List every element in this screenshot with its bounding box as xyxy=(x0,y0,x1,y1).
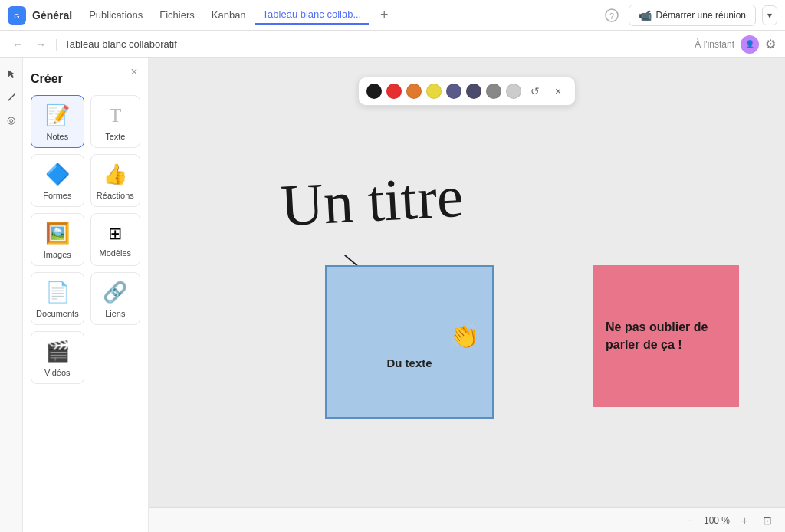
sidebar-grid: 📝 Notes T Texte 🔷 Formes 👍 Réactions 🖼️ xyxy=(31,95,140,384)
blue-box[interactable]: 👏 Du texte xyxy=(325,265,494,419)
separator: | xyxy=(55,38,58,51)
nav-tabs: Publications Fichiers Kanban Tableau bla… xyxy=(81,5,369,25)
sidebar: × Créer 📝 Notes T Texte 🔷 Formes 👍 Réact… xyxy=(23,58,149,532)
images-icon: 🖼️ xyxy=(45,222,70,245)
select-tool[interactable] xyxy=(2,64,21,83)
color-gray[interactable] xyxy=(486,84,501,99)
sidebar-item-liens[interactable]: 🔗 Liens xyxy=(90,272,140,325)
documents-label: Documents xyxy=(36,309,79,318)
pen-tool[interactable] xyxy=(2,87,21,106)
sidebar-item-formes[interactable]: 🔷 Formes xyxy=(31,154,84,207)
eraser-tool[interactable]: ◎ xyxy=(2,110,21,129)
left-toolbar: ◎ xyxy=(0,58,23,532)
modeles-label: Modèles xyxy=(100,248,132,258)
start-meeting-button[interactable]: 📹 Démarrer une réunion xyxy=(629,5,756,26)
zoom-level: 100 % xyxy=(704,515,730,526)
video-icon: 📹 xyxy=(639,9,652,21)
svg-text:Un titre: Un titre xyxy=(279,163,465,238)
sidebar-item-videos[interactable]: 🎬 Vidéos xyxy=(31,331,84,384)
videos-icon: 🎬 xyxy=(45,340,70,363)
top-bar: G Général Publications Fichiers Kanban T… xyxy=(0,0,785,31)
videos-label: Vidéos xyxy=(44,368,70,377)
avatar: 👤 xyxy=(741,35,759,54)
sidebar-item-texte[interactable]: T Texte xyxy=(90,95,140,148)
pink-box[interactable]: Ne pas oublier de parler de ça ! xyxy=(593,265,739,407)
sidebar-close-button[interactable]: × xyxy=(126,64,142,80)
liens-icon: 🔗 xyxy=(103,281,127,304)
sidebar-item-notes[interactable]: 📝 Notes xyxy=(31,95,84,148)
breadcrumb: Tableau blanc collaboratif xyxy=(64,38,177,50)
settings-icon[interactable]: ⚙ xyxy=(765,37,776,51)
add-tab-button[interactable]: + xyxy=(375,6,393,25)
color-red[interactable] xyxy=(386,84,402,99)
color-dark-indigo[interactable] xyxy=(466,84,481,99)
zoom-in-button[interactable]: + xyxy=(736,512,753,529)
sidebar-item-modeles[interactable]: ⊞ Modèles xyxy=(90,213,140,266)
back-button[interactable]: ← xyxy=(9,35,26,54)
reactions-icon: 👍 xyxy=(103,163,127,186)
documents-icon: 📄 xyxy=(45,281,70,304)
sidebar-item-documents[interactable]: 📄 Documents xyxy=(31,272,84,325)
color-yellow[interactable] xyxy=(426,84,442,99)
meeting-dropdown[interactable]: ▾ xyxy=(762,5,777,25)
help-icon[interactable]: ? xyxy=(601,5,622,26)
bottom-bar: − 100 % + ⊡ xyxy=(149,507,785,532)
color-black[interactable] xyxy=(366,84,382,99)
sidebar-item-images[interactable]: 🖼️ Images xyxy=(31,213,84,266)
svg-text:G: G xyxy=(14,11,19,20)
notes-icon: 📝 xyxy=(45,103,70,127)
pink-box-text: Ne pas oublier de parler de ça ! xyxy=(606,319,727,353)
formes-label: Formes xyxy=(43,191,71,200)
images-label: Images xyxy=(44,250,71,259)
second-bar: ← → | Tableau blanc collaboratif À l'ins… xyxy=(0,31,785,58)
notes-label: Notes xyxy=(46,132,68,141)
texte-label: Texte xyxy=(105,132,125,141)
texte-icon: T xyxy=(109,104,121,127)
main-layout: ◎ × Créer 📝 Notes T Texte 🔷 Formes 👍 xyxy=(0,58,785,532)
tab-tableau-blanc[interactable]: Tableau blanc collab... xyxy=(255,5,370,25)
top-bar-right: ? 📹 Démarrer une réunion ▾ xyxy=(601,5,777,26)
sidebar-item-reactions[interactable]: 👍 Réactions xyxy=(90,154,140,207)
zoom-out-button[interactable]: − xyxy=(681,512,698,529)
formes-icon: 🔷 xyxy=(45,163,70,186)
sidebar-title: Créer xyxy=(31,72,140,86)
tab-publications[interactable]: Publications xyxy=(81,6,150,24)
svg-text:?: ? xyxy=(609,11,614,21)
color-orange[interactable] xyxy=(406,84,422,99)
tab-fichiers[interactable]: Fichiers xyxy=(152,6,202,24)
app-title: Général xyxy=(32,9,72,21)
timestamp: À l'instant xyxy=(695,39,734,50)
clapping-emoji: 👏 xyxy=(449,321,480,350)
color-refresh-button[interactable]: ↺ xyxy=(526,82,544,100)
second-bar-right: À l'instant 👤 ⚙ xyxy=(695,35,776,54)
reactions-label: Réactions xyxy=(97,191,134,200)
meeting-label: Démarrer une réunion xyxy=(656,10,746,21)
canvas-area[interactable]: ↺ × Un titre 👏 Du texte Ne pas oublier d… xyxy=(149,58,785,532)
app-logo: G xyxy=(8,6,26,25)
color-toolbar: ↺ × xyxy=(358,77,576,106)
blue-box-text: Du texte xyxy=(386,356,432,369)
modeles-icon: ⊞ xyxy=(108,224,122,244)
fit-screen-button[interactable]: ⊡ xyxy=(759,512,776,529)
liens-label: Liens xyxy=(105,309,125,318)
color-close-button[interactable]: × xyxy=(549,82,567,100)
color-light-gray[interactable] xyxy=(506,84,521,99)
color-indigo[interactable] xyxy=(446,84,461,99)
tab-kanban[interactable]: Kanban xyxy=(204,6,254,24)
forward-button[interactable]: → xyxy=(32,35,49,54)
